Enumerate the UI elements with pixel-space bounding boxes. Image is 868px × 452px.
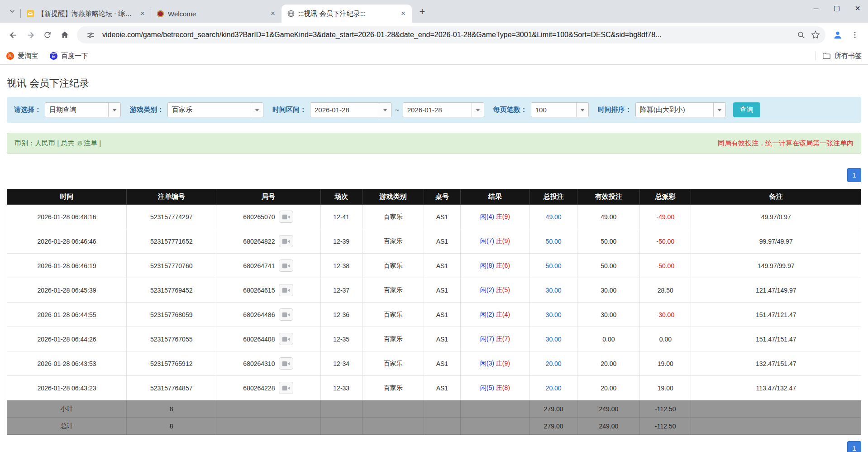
tab-close-icon[interactable]: ×: [399, 10, 407, 18]
bookmark-taobao[interactable]: 淘 爱淘宝: [6, 52, 38, 60]
sort-order-label: 时间排序：: [598, 106, 632, 114]
baidu-icon: 百: [50, 52, 57, 60]
per-page-select[interactable]: [531, 102, 589, 117]
total-bet-link[interactable]: 50.00: [546, 238, 562, 245]
page-1-button[interactable]: 1: [847, 441, 861, 452]
date-end-dropdown-button[interactable]: [472, 103, 484, 117]
search-button[interactable]: 查询: [733, 102, 760, 117]
page-1-button[interactable]: 1: [847, 168, 861, 182]
per-page-dropdown-button[interactable]: [576, 103, 588, 117]
refresh-button[interactable]: [39, 26, 56, 43]
all-bookmarks-label: 所有书签: [835, 52, 862, 60]
bet-records-table: 时间 注单编号 局号 场次 游戏类别 桌号 结果 总投注 有效投注 总派彩 备注…: [7, 189, 861, 435]
cell-session: 12-39: [320, 229, 362, 254]
total-bet-link[interactable]: 20.00: [546, 385, 562, 392]
cell-session: 12-36: [320, 303, 362, 327]
per-page-value[interactable]: [531, 103, 576, 117]
query-type-value[interactable]: [45, 103, 108, 117]
cell-total-bet: 50.00: [529, 254, 577, 278]
replay-video-button[interactable]: [279, 357, 293, 370]
tab-forum[interactable]: 【新提醒】海燕策略论坛 - 综合... ×: [21, 5, 151, 23]
subtotal-payout: -112.50: [640, 400, 691, 418]
game-category-dropdown-button[interactable]: [251, 103, 263, 117]
site-settings-icon[interactable]: [83, 28, 98, 42]
total-bet-link[interactable]: 30.00: [546, 287, 562, 294]
game-category-label: 游戏类别：: [130, 106, 164, 114]
cell-session: 12-34: [320, 351, 362, 376]
cell-note: 121.47/149.97: [691, 278, 861, 303]
date-start-picker[interactable]: [310, 102, 391, 117]
date-end-picker[interactable]: [403, 102, 484, 117]
sort-order-value[interactable]: [636, 103, 713, 117]
cell-time: 2026-01-28 06:46:19: [7, 254, 127, 278]
date-start-dropdown-button[interactable]: [379, 103, 391, 117]
game-category-value[interactable]: [168, 103, 251, 117]
query-type-select[interactable]: [45, 102, 121, 117]
replay-video-button[interactable]: [279, 260, 293, 272]
close-button[interactable]: ×: [847, 0, 868, 16]
browser-toolbar: videoie.com/game/betrecord_search/kind3?…: [0, 23, 868, 47]
total-bet-link[interactable]: 30.00: [546, 336, 562, 343]
total-bet-link[interactable]: 50.00: [546, 262, 562, 269]
tab-welcome[interactable]: Welcome ×: [151, 5, 281, 23]
tab-search-button[interactable]: [5, 5, 19, 18]
cell-bet-id: 523157774297: [127, 205, 216, 229]
tab-close-icon[interactable]: ×: [269, 10, 277, 18]
cell-payout: 0.00: [640, 327, 691, 351]
address-bar[interactable]: videoie.com/game/betrecord_search/kind3?…: [77, 26, 825, 43]
cell-bet-id: 523157768059: [127, 303, 216, 327]
replay-video-button[interactable]: [279, 235, 293, 247]
tab-title: 【新提醒】海燕策略论坛 - 综合...: [38, 10, 135, 18]
tab-close-icon[interactable]: ×: [138, 10, 147, 18]
cell-round: 680265070: [216, 205, 320, 229]
total-bet-link[interactable]: 30.00: [546, 311, 562, 318]
sort-order-dropdown-button[interactable]: [713, 103, 725, 117]
cell-game: 百家乐: [362, 327, 424, 351]
home-button[interactable]: [56, 26, 73, 43]
back-button[interactable]: [5, 26, 22, 43]
url-text[interactable]: videoie.com/game/betrecord_search/kind3?…: [102, 31, 794, 39]
empty-cell: [424, 400, 460, 418]
game-category-select[interactable]: [167, 102, 263, 117]
menu-dots-icon[interactable]: [846, 26, 863, 43]
video-camera-icon: [282, 336, 290, 342]
table-row: 2026-01-28 06:43:53523157765912680264310…: [7, 351, 861, 376]
empty-cell: [460, 400, 529, 418]
bookmark-baidu[interactable]: 百 百度一下: [50, 52, 88, 60]
replay-video-button[interactable]: [279, 308, 293, 321]
subtotal-label: 小计: [7, 400, 127, 418]
empty-cell: [216, 418, 320, 435]
total-bet-link[interactable]: 20.00: [546, 360, 562, 367]
date-start-input[interactable]: [310, 103, 379, 117]
cell-session: 12-38: [320, 254, 362, 278]
sort-order-select[interactable]: [635, 102, 726, 117]
total-bet-link[interactable]: 49.00: [546, 213, 562, 221]
page-title: 视讯 会员下注纪录: [7, 77, 861, 90]
replay-video-button[interactable]: [279, 211, 293, 223]
all-bookmarks-button[interactable]: 所有书签: [822, 52, 862, 60]
date-end-input[interactable]: [403, 103, 472, 117]
bookmark-star-icon[interactable]: [808, 28, 823, 42]
profile-icon[interactable]: [829, 26, 846, 43]
cell-table: AS1: [424, 351, 460, 376]
cell-note: 151.47/121.47: [691, 303, 861, 327]
total-row: 总计 8 279.00 249.00 -112.50: [7, 418, 861, 435]
cell-result: 闲(4) 庄(9): [460, 205, 529, 229]
query-type-dropdown-button[interactable]: [108, 103, 120, 117]
cell-note: 151.47/151.47: [691, 327, 861, 351]
replay-video-button[interactable]: [279, 284, 293, 296]
cell-game: 百家乐: [362, 229, 424, 254]
table-row: 2026-01-28 06:44:55523157768059680264486…: [7, 303, 861, 327]
replay-video-button[interactable]: [279, 382, 293, 394]
bet-table-body: 2026-01-28 06:48:16523157774297680265070…: [7, 205, 861, 400]
cell-game: 百家乐: [362, 205, 424, 229]
tab-bet-records[interactable]: :::视讯 会员下注纪录::: ×: [281, 5, 412, 23]
new-tab-button[interactable]: +: [415, 5, 429, 19]
total-label: 总计: [7, 418, 127, 435]
video-camera-icon: [282, 263, 290, 269]
forward-button[interactable]: [22, 26, 39, 43]
maximize-button[interactable]: ▢: [826, 0, 847, 16]
zoom-icon[interactable]: [794, 28, 808, 42]
replay-video-button[interactable]: [279, 333, 293, 345]
minimize-button[interactable]: ─: [806, 0, 826, 16]
